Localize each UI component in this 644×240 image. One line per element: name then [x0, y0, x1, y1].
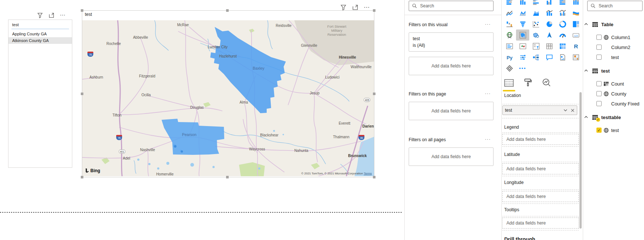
fields-table-Table[interactable]: Table: [584, 20, 613, 29]
viz-type-table-icon[interactable]: [543, 41, 556, 52]
resize-handle[interactable]: [81, 176, 83, 178]
focus-mode-icon[interactable]: [48, 12, 55, 18]
viz-type-gauge-icon[interactable]: [556, 29, 569, 41]
viz-type-multi-row-card-icon[interactable]: [503, 41, 516, 52]
remove-field-icon[interactable]: [571, 108, 575, 112]
field-checkbox[interactable]: [596, 55, 602, 60]
add-data-fields-dropzone[interactable]: Add data fields here: [502, 134, 579, 145]
resize-handle[interactable]: [373, 9, 375, 12]
add-data-fields-dropzone[interactable]: Add data fields here: [502, 218, 579, 229]
field-item-column1[interactable]: Column1: [596, 33, 630, 41]
field-checkbox[interactable]: [596, 35, 602, 40]
resize-handle[interactable]: [226, 176, 229, 178]
collapse-chevron-icon[interactable]: [584, 22, 588, 27]
slicer-item[interactable]: Atkinson County GA: [8, 37, 72, 44]
viz-type-kpi-icon[interactable]: [516, 41, 529, 52]
viz-type-filled-map-icon[interactable]: [516, 29, 529, 41]
collapse-chevron-icon[interactable]: [584, 69, 588, 73]
filter-section-more-icon[interactable]: ...: [485, 136, 491, 141]
viz-type-line-chart-icon[interactable]: [503, 7, 516, 18]
viz-type-donut-chart-icon[interactable]: [556, 18, 569, 29]
viz-type-clustered-bar-chart-icon[interactable]: [529, 0, 543, 7]
viz-type-decomposition-tree-icon[interactable]: [529, 52, 543, 63]
field-checkbox[interactable]: ✓: [596, 128, 602, 133]
tab-analytics[interactable]: [542, 78, 551, 91]
viz-type-ribbon-chart-icon[interactable]: [569, 7, 582, 18]
viz-type-waterfall-chart-icon[interactable]: [503, 18, 516, 29]
field-checkbox[interactable]: [596, 101, 602, 106]
slicer-visual[interactable]: test Appling County GAAtkinson County GA: [8, 20, 72, 168]
filters-pane: Search Filters on this visual...testis (…: [405, 0, 501, 240]
add-data-fields-dropzone[interactable]: Add data fields here: [502, 191, 579, 202]
field-item-test[interactable]: ✓test: [596, 126, 619, 134]
field-checkbox[interactable]: [596, 81, 602, 86]
visualizations-scrollbar[interactable]: [579, 92, 582, 229]
filter-card[interactable]: testis (All): [409, 32, 494, 52]
field-item-test[interactable]: test: [596, 53, 619, 61]
viz-type-line-stacked-column-chart-icon[interactable]: [543, 7, 556, 18]
viz-type-paginated-report-icon[interactable]: [556, 52, 569, 63]
focus-mode-icon[interactable]: [352, 4, 359, 11]
filter-icon[interactable]: [37, 12, 43, 18]
fields-search-input[interactable]: Search: [587, 1, 643, 11]
resize-handle[interactable]: [81, 9, 83, 12]
field-item-column2[interactable]: Column2: [596, 43, 630, 51]
terms-link[interactable]: Terms: [364, 172, 372, 175]
viz-type-stacked-area-chart-icon[interactable]: [529, 7, 543, 18]
viz-type-key-influencers-icon[interactable]: [516, 52, 529, 63]
slicer-item[interactable]: Appling County GA: [8, 31, 72, 37]
viz-type-map-icon[interactable]: [503, 29, 516, 41]
add-data-fields-dropzone[interactable]: Add data fields here: [409, 147, 494, 166]
field-pill[interactable]: test: [502, 105, 577, 115]
viz-type-stacked-column-chart-icon[interactable]: [516, 0, 529, 7]
bing-map[interactable]: McRaeReidsvilleAbbevilleRochelleLumber C…: [82, 20, 374, 176]
resize-handle[interactable]: [373, 176, 375, 178]
viz-type-treemap-icon[interactable]: [569, 18, 582, 29]
add-data-fields-dropzone[interactable]: Add data fields here: [409, 57, 494, 75]
viz-type-arcgis-map-icon[interactable]: [569, 52, 582, 63]
filled-map-visual[interactable]: test McRaeReidsvilleAbbevilleRochelleLum…: [82, 10, 374, 177]
viz-type-stacked-bar-100-chart-icon[interactable]: [556, 0, 569, 7]
field-item-county-fixed[interactable]: County Fixed: [596, 100, 640, 108]
resize-handle[interactable]: [373, 93, 375, 95]
fields-table-test[interactable]: test: [584, 66, 610, 75]
viz-type-r-script-icon[interactable]: R: [569, 41, 582, 52]
field-item-county[interactable]: County: [596, 90, 626, 98]
bing-logo[interactable]: Bing: [85, 168, 100, 173]
viz-type-slicer-icon[interactable]: [529, 41, 543, 52]
viz-type-python-icon[interactable]: Py: [503, 52, 516, 63]
viz-type-card-icon[interactable]: 123: [569, 29, 582, 41]
fields-table-testtable[interactable]: ✓testtable: [584, 113, 621, 122]
viz-type-more-options-icon[interactable]: •••: [516, 63, 529, 74]
collapse-chevron-icon[interactable]: [584, 115, 588, 119]
field-checkbox[interactable]: [596, 91, 602, 96]
viz-type-line-clustered-column-chart-icon[interactable]: [556, 7, 569, 18]
filter-icon[interactable]: [340, 4, 347, 11]
viz-type-matrix-icon[interactable]: [556, 41, 569, 52]
viz-type-azure-map-icon[interactable]: [543, 29, 556, 41]
add-data-fields-dropzone[interactable]: Add data fields here: [409, 102, 494, 120]
tab-fields[interactable]: [504, 79, 514, 91]
tab-format[interactable]: [523, 78, 532, 91]
viz-type-shape-map-icon[interactable]: [529, 29, 543, 41]
viz-type-funnel-chart-icon[interactable]: [516, 18, 529, 29]
viz-type-pie-chart-icon[interactable]: [543, 18, 556, 29]
viz-type-scatter-chart-icon[interactable]: [529, 18, 543, 29]
more-options-icon[interactable]: ⋯: [60, 12, 66, 18]
more-options-icon[interactable]: ⋯: [364, 4, 370, 11]
field-checkbox[interactable]: [596, 45, 602, 50]
resize-handle[interactable]: [226, 9, 229, 12]
filters-search-input[interactable]: Search: [409, 1, 494, 11]
filter-section-more-icon[interactable]: ...: [485, 90, 491, 95]
field-item-count[interactable]: Count: [596, 80, 624, 88]
viz-type-clustered-column-chart-icon[interactable]: [543, 0, 556, 7]
viz-type-power-apps-icon[interactable]: [503, 63, 516, 74]
viz-type-stacked-bar-chart-icon[interactable]: [503, 0, 516, 7]
add-data-fields-dropzone[interactable]: Add data fields here: [502, 163, 579, 174]
chevron-down-icon[interactable]: [563, 108, 568, 112]
filter-section-more-icon[interactable]: ...: [485, 21, 491, 26]
viz-type-area-chart-icon[interactable]: [516, 7, 529, 18]
viz-type-qna-icon[interactable]: [543, 52, 556, 63]
resize-handle[interactable]: [81, 93, 83, 95]
viz-type-stacked-column-100-chart-icon[interactable]: [569, 0, 582, 7]
